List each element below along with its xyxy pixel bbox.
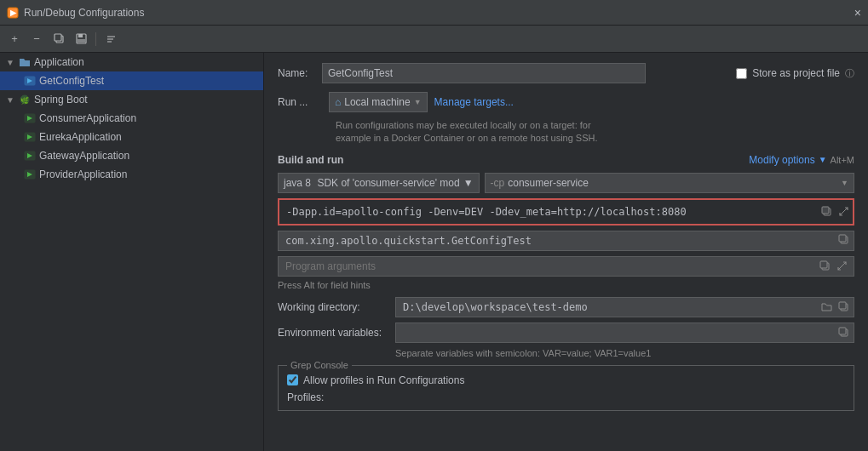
sort-button[interactable]	[101, 30, 120, 49]
consumer-app-icon	[24, 112, 36, 124]
sidebar-item-consumer[interactable]: ConsumerApplication	[0, 109, 263, 128]
eureka-app-icon	[24, 131, 36, 143]
cp-prefix: -cp	[491, 177, 505, 189]
expand-vm-icon[interactable]	[836, 204, 851, 220]
sdk-arrow: ▼	[463, 177, 474, 189]
modify-options-arrow: ▼	[819, 155, 827, 164]
prog-args-expand-icon[interactable]	[834, 259, 849, 274]
svg-text:▶: ▶	[10, 9, 17, 17]
run-target-value: Local machine	[344, 96, 410, 108]
grep-checkbox-label: Allow profiles in Run Configurations	[303, 374, 464, 386]
build-run-title: Build and run	[278, 154, 343, 166]
vm-options-field	[278, 198, 854, 226]
run-target-icon: ⌂	[335, 96, 341, 108]
sidebar-item-springboot[interactable]: ▼ 🌿 Spring Boot	[0, 90, 263, 109]
close-button[interactable]: ×	[854, 6, 861, 20]
grep-checkbox[interactable]	[287, 374, 298, 385]
run-row: Run ... ⌂ Local machine ▼ Manage targets…	[278, 92, 854, 112]
springboot-label: Spring Boot	[34, 94, 88, 106]
gateway-app-icon	[24, 150, 36, 162]
springboot-icon: 🌿	[19, 94, 31, 106]
provider-label: ProviderApplication	[39, 168, 127, 180]
svg-rect-5	[78, 34, 83, 37]
springboot-expand-arrow: ▼	[5, 95, 15, 105]
modify-options-button[interactable]: Modify options ▼ Alt+M	[749, 154, 854, 166]
name-label: Name:	[278, 67, 322, 79]
config-icon	[24, 75, 36, 87]
run-label: Run ...	[278, 96, 322, 108]
working-dir-copy-icon[interactable]	[836, 300, 851, 315]
manage-targets-link[interactable]: Manage targets...	[434, 96, 514, 108]
program-args-row	[278, 256, 854, 277]
consumer-label: ConsumerApplication	[39, 112, 136, 124]
run-target-arrow: ▼	[414, 98, 422, 106]
modify-options-shortcut: Alt+M	[831, 155, 854, 165]
content-area: Name: Store as project file ⓘ Run ... ⌂ …	[264, 53, 868, 451]
sdk-suffix: SDK of 'consumer-service' mod	[314, 177, 460, 189]
program-args-input[interactable]	[278, 256, 854, 277]
store-project-info-icon: ⓘ	[845, 67, 854, 80]
copy-vm-icon[interactable]	[819, 204, 834, 220]
separator	[95, 32, 96, 46]
profiles-label: Profiles:	[287, 391, 324, 403]
svg-rect-26	[839, 235, 846, 242]
vm-options-icons	[819, 204, 851, 220]
working-dir-row: Working directory:	[278, 297, 854, 317]
svg-rect-31	[839, 302, 846, 309]
sidebar-item-getconfigtest[interactable]: GetConfigTest	[0, 71, 263, 90]
grep-console-title: Grep Console	[290, 360, 348, 370]
run-target-dropdown[interactable]: ⌂ Local machine ▼	[329, 92, 428, 112]
provider-app-icon	[24, 168, 36, 180]
store-project-checkbox[interactable]	[736, 68, 747, 79]
getconfigtest-label: GetConfigTest	[39, 75, 104, 87]
svg-rect-6	[78, 39, 85, 43]
sidebar-item-gateway[interactable]: GatewayApplication	[0, 146, 263, 165]
main-class-row	[278, 231, 854, 251]
grep-checkbox-row: Allow profiles in Run Configurations	[287, 374, 845, 386]
working-dir-browse-icon[interactable]	[819, 300, 834, 315]
svg-rect-3	[55, 34, 61, 41]
expand-arrow: ▼	[5, 58, 15, 67]
working-dir-input[interactable]	[395, 297, 854, 317]
window-title: Run/Debug Configurations	[24, 7, 849, 19]
env-vars-input[interactable]	[395, 323, 854, 343]
env-vars-row: Environment variables:	[278, 323, 854, 343]
app-icon: ▶	[7, 7, 19, 19]
add-button[interactable]: +	[5, 30, 24, 49]
cp-value: consumer-service	[508, 177, 589, 189]
main-class-copy-icon[interactable]	[838, 234, 849, 247]
prog-args-copy-icon[interactable]	[817, 259, 832, 274]
sidebar: ▼ Application GetConfigTest ▼	[0, 53, 264, 451]
profiles-row: Profiles:	[287, 391, 845, 403]
cp-dropdown[interactable]: -cp consumer-service ▼	[485, 173, 854, 193]
remove-button[interactable]: −	[27, 30, 46, 49]
sidebar-item-provider[interactable]: ProviderApplication	[0, 165, 263, 184]
eureka-label: EurekaApplication	[39, 131, 122, 143]
title-bar: ▶ Run/Debug Configurations ×	[0, 0, 868, 26]
toolbar: + −	[0, 26, 868, 53]
folder-icon	[19, 56, 31, 68]
env-vars-hint: Separate variables with semicolon: VAR=v…	[395, 348, 854, 358]
build-run-header: Build and run Modify options ▼ Alt+M	[278, 154, 854, 166]
sdk-value: java 8	[284, 177, 311, 189]
field-hint: Press Alt for field hints	[278, 280, 854, 290]
svg-rect-28	[820, 261, 827, 268]
cp-arrow: ▼	[841, 179, 848, 187]
copy-button[interactable]	[49, 30, 68, 49]
name-input[interactable]	[322, 63, 646, 83]
gateway-label: GatewayApplication	[39, 150, 129, 162]
svg-text:🌿: 🌿	[20, 96, 29, 105]
main-area: ▼ Application GetConfigTest ▼	[0, 53, 868, 451]
run-hint: Run configurations may be executed local…	[336, 119, 854, 146]
sdk-row: java 8 SDK of 'consumer-service' mod ▼ -…	[278, 173, 854, 193]
working-dir-label: Working directory:	[278, 301, 388, 313]
main-class-input[interactable]	[278, 231, 854, 251]
env-vars-label: Environment variables:	[278, 327, 388, 339]
save-button[interactable]	[72, 30, 90, 49]
vm-options-input[interactable]	[278, 198, 854, 226]
env-vars-copy-icon[interactable]	[836, 325, 851, 340]
sidebar-item-application[interactable]: ▼ Application	[0, 53, 263, 71]
sdk-dropdown[interactable]: java 8 SDK of 'consumer-service' mod ▼	[278, 173, 480, 193]
sidebar-item-eureka[interactable]: EurekaApplication	[0, 128, 263, 146]
application-label: Application	[34, 56, 84, 68]
